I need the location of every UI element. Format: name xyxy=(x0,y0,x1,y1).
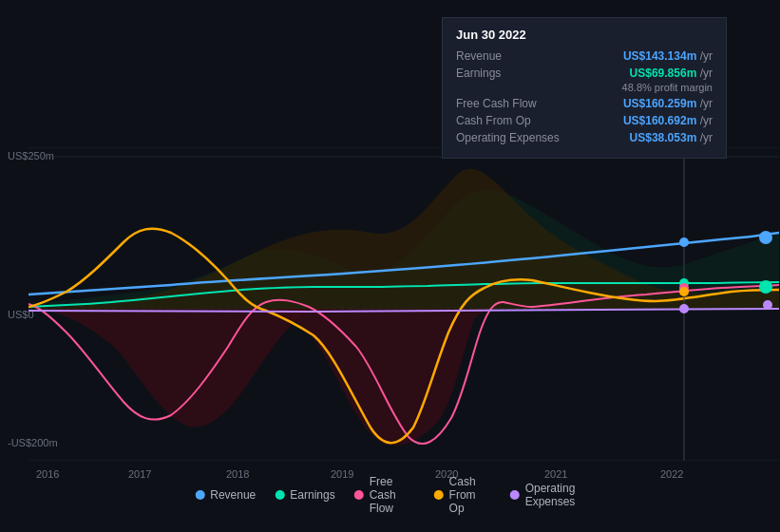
svg-point-9 xyxy=(679,304,689,314)
legend-dot-revenue xyxy=(195,490,204,500)
legend-label-cashfromop: Cash From Op xyxy=(449,475,491,515)
x-label-2022: 2022 xyxy=(660,468,683,480)
tooltip-label-fcf: Free Cash Flow xyxy=(456,97,570,110)
tooltip-row-fcf: Free Cash Flow US$160.259m /yr xyxy=(456,97,713,110)
tooltip-value-revenue: US$143.134m /yr xyxy=(623,49,713,63)
legend-label-revenue: Revenue xyxy=(210,488,256,502)
tooltip-date: Jun 30 2022 xyxy=(456,28,713,42)
tooltip-value-opex: US$38.053m /yr xyxy=(630,131,713,144)
tooltip-row-cashfromop: Cash From Op US$160.692m /yr xyxy=(456,114,713,127)
legend-label-opex: Operating Expenses xyxy=(525,482,585,508)
tooltip-box: Jun 30 2022 Revenue US$143.134m /yr Earn… xyxy=(442,17,727,159)
right-indicator-earnings xyxy=(759,280,772,294)
chart-container: Jun 30 2022 Revenue US$143.134m /yr Earn… xyxy=(0,0,780,532)
tooltip-value-earnings: US$69.856m /yr xyxy=(630,66,713,80)
legend-dot-opex xyxy=(510,490,520,500)
tooltip-label-revenue: Revenue xyxy=(456,49,570,63)
tooltip-value-cashfromop: US$160.692m /yr xyxy=(623,114,713,127)
tooltip-label-opex: Operating Expenses xyxy=(456,131,570,144)
x-label-2017: 2017 xyxy=(128,468,151,480)
tooltip-profit-margin: 48.8% profit margin xyxy=(456,82,713,93)
x-label-2016: 2016 xyxy=(36,468,59,480)
legend-dot-cashfromop xyxy=(434,490,444,500)
tooltip-row-revenue: Revenue US$143.134m /yr xyxy=(456,49,713,63)
right-indicator-revenue xyxy=(759,231,772,244)
svg-point-5 xyxy=(679,238,689,247)
chart-area xyxy=(29,147,779,461)
legend-label-earnings: Earnings xyxy=(290,488,334,502)
legend-dot-earnings xyxy=(275,490,284,500)
chart-legend: Revenue Earnings Free Cash Flow Cash Fro… xyxy=(195,475,585,515)
legend-dot-fcf xyxy=(354,490,364,500)
legend-opex: Operating Expenses xyxy=(510,482,585,508)
tooltip-row-opex: Operating Expenses US$38.053m /yr xyxy=(456,131,713,144)
tooltip-label-earnings: Earnings xyxy=(456,66,570,80)
legend-revenue: Revenue xyxy=(195,488,256,502)
tooltip-value-fcf: US$160.259m /yr xyxy=(623,97,713,110)
svg-point-8 xyxy=(679,287,689,296)
legend-label-fcf: Free Cash Flow xyxy=(370,475,415,515)
legend-cashfromop: Cash From Op xyxy=(434,475,491,515)
legend-fcf: Free Cash Flow xyxy=(354,475,415,515)
right-indicator-opex xyxy=(763,300,772,310)
tooltip-row-earnings: Earnings US$69.856m /yr xyxy=(456,66,713,80)
tooltip-label-cashfromop: Cash From Op xyxy=(456,114,570,127)
legend-earnings: Earnings xyxy=(275,488,334,502)
